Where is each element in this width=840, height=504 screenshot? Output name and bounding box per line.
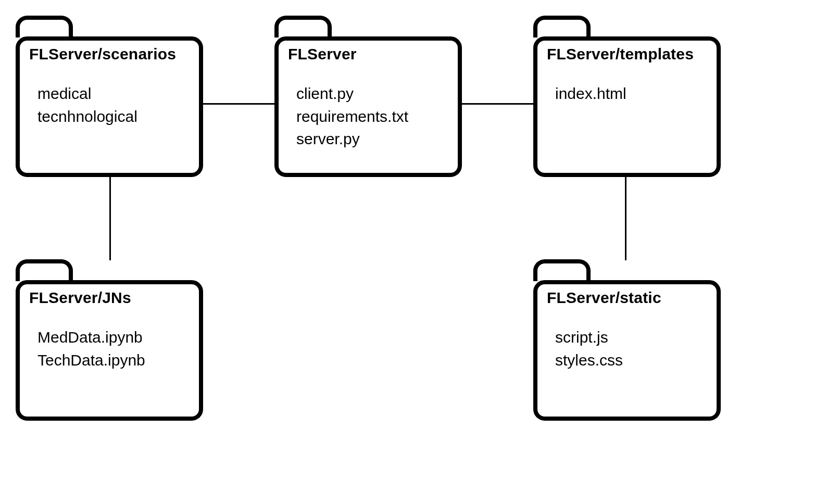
folder-item: styles.css <box>555 349 703 372</box>
folder-jns: FLServer/JNs MedData.ipynb TechData.ipyn… <box>16 259 203 421</box>
edge-scenarios-jns <box>109 177 111 260</box>
folder-templates: FLServer/templates index.html <box>533 16 721 177</box>
diagram-canvas: FLServer/scenarios medical tecnhnologica… <box>0 0 840 504</box>
folder-body: script.js styles.css <box>533 311 721 421</box>
folder-tab-icon <box>533 16 591 37</box>
folder-item: server.py <box>296 128 444 150</box>
folder-title: FLServer/scenarios <box>16 36 203 72</box>
folder-body: client.py requirements.txt server.py <box>274 68 462 177</box>
folder-tab-icon <box>274 16 332 37</box>
folder-body: MedData.ipynb TechData.ipynb <box>16 311 203 421</box>
folder-body: index.html <box>533 68 721 177</box>
folder-tab-icon <box>533 259 591 281</box>
edge-templates-static <box>625 177 626 260</box>
folder-title: FLServer/static <box>533 280 721 316</box>
edge-scenarios-flserver <box>203 103 276 105</box>
folder-item: TechData.ipynb <box>37 349 185 372</box>
folder-item: requirements.txt <box>296 105 444 128</box>
folder-title: FLServer/JNs <box>16 280 203 316</box>
folder-tab-icon <box>16 16 73 37</box>
folder-item: index.html <box>555 82 703 105</box>
folder-title: FLServer <box>274 36 462 72</box>
folder-tab-icon <box>16 259 73 281</box>
folder-body: medical tecnhnological <box>16 68 203 177</box>
folder-flserver: FLServer client.py requirements.txt serv… <box>274 16 462 177</box>
folder-title: FLServer/templates <box>533 36 721 72</box>
folder-item: script.js <box>555 326 703 349</box>
folder-static: FLServer/static script.js styles.css <box>533 259 721 421</box>
edge-flserver-templates <box>462 103 535 105</box>
folder-item: client.py <box>296 82 444 105</box>
folder-item: tecnhnological <box>37 105 185 128</box>
folder-item: medical <box>37 82 185 105</box>
folder-item: MedData.ipynb <box>37 326 185 349</box>
folder-scenarios: FLServer/scenarios medical tecnhnologica… <box>16 16 203 177</box>
